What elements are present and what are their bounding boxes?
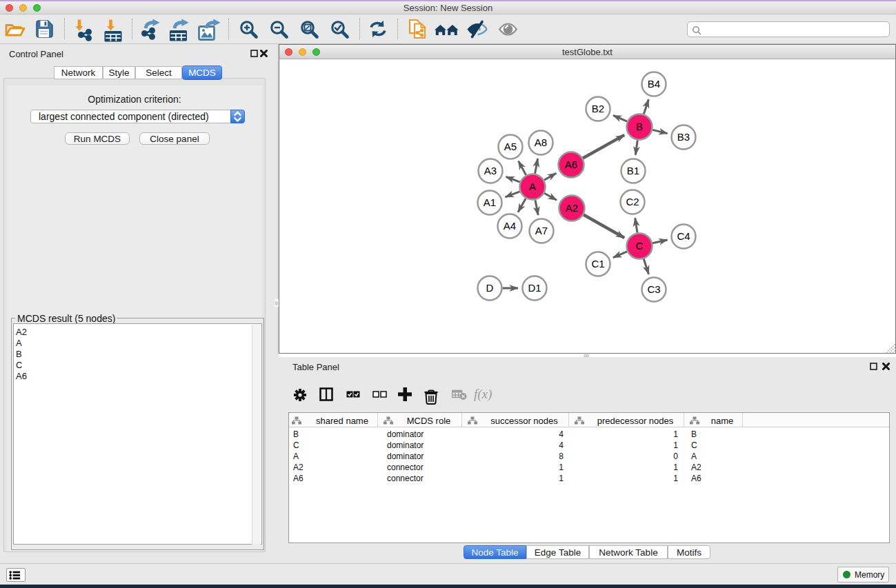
svg-text:f(x): f(x)	[474, 387, 492, 402]
svg-text:B: B	[636, 121, 643, 132]
svg-text:B2: B2	[592, 103, 604, 114]
svg-text:A8: A8	[535, 136, 547, 148]
svg-text:A7: A7	[535, 225, 548, 236]
svg-text:A6: A6	[565, 159, 577, 170]
svg-text:C4: C4	[677, 230, 690, 242]
svg-text:B1: B1	[627, 165, 639, 176]
svg-text:A1: A1	[484, 196, 496, 208]
svg-text:C: C	[636, 240, 644, 252]
svg-text:C2: C2	[626, 196, 639, 207]
svg-text:C3: C3	[647, 283, 660, 295]
svg-text:A4: A4	[504, 220, 516, 232]
svg-text:A3: A3	[484, 165, 497, 176]
svg-text:A: A	[529, 181, 536, 192]
svg-text:D1: D1	[528, 282, 541, 294]
svg-text:A2: A2	[566, 202, 578, 214]
svg-text:C1: C1	[591, 258, 604, 270]
svg-text:A5: A5	[504, 141, 517, 152]
svg-text:D: D	[486, 282, 494, 294]
svg-text:B3: B3	[677, 131, 690, 143]
svg-text:B4: B4	[648, 78, 660, 90]
